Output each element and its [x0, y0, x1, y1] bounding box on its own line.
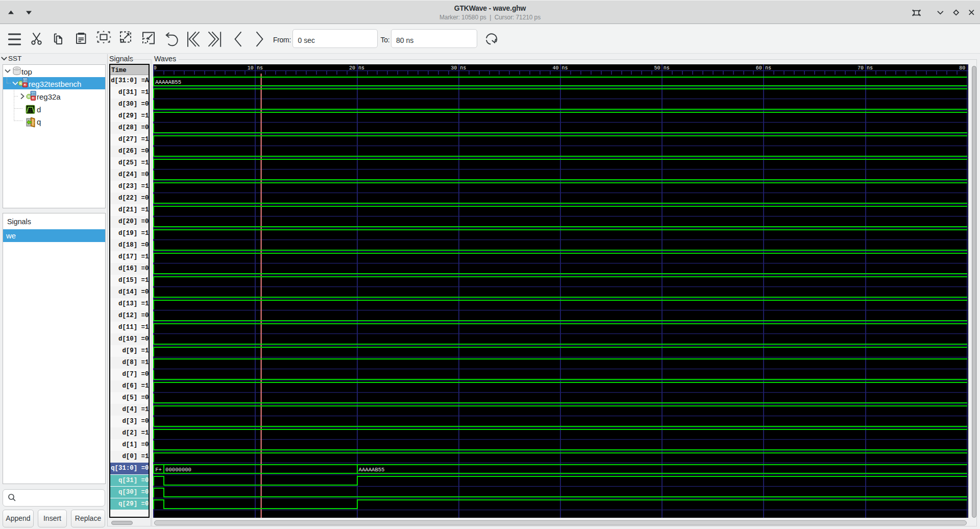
svg-text:10: 10: [248, 65, 254, 71]
svg-text:AAAAAB55: AAAAAB55: [359, 467, 385, 473]
svg-text:70: 70: [857, 65, 864, 71]
svg-text:60: 60: [756, 65, 762, 71]
svg-text:ns: ns: [664, 65, 670, 71]
svg-text:ns: ns: [257, 65, 263, 71]
svg-text:40: 40: [552, 65, 558, 71]
svg-text:F+: F+: [155, 467, 162, 473]
svg-text:AAAAAB55: AAAAAB55: [155, 79, 181, 85]
svg-text:ns: ns: [562, 65, 568, 71]
svg-text:ns: ns: [460, 65, 466, 71]
svg-text:20: 20: [349, 65, 355, 71]
svg-text:ns: ns: [765, 65, 771, 71]
svg-text:30: 30: [451, 65, 457, 71]
svg-text:50: 50: [654, 65, 660, 71]
svg-text:ns: ns: [358, 65, 364, 71]
svg-text:ns: ns: [867, 65, 873, 71]
svg-text:00000000: 00000000: [165, 467, 191, 473]
svg-text:80: 80: [959, 65, 965, 71]
